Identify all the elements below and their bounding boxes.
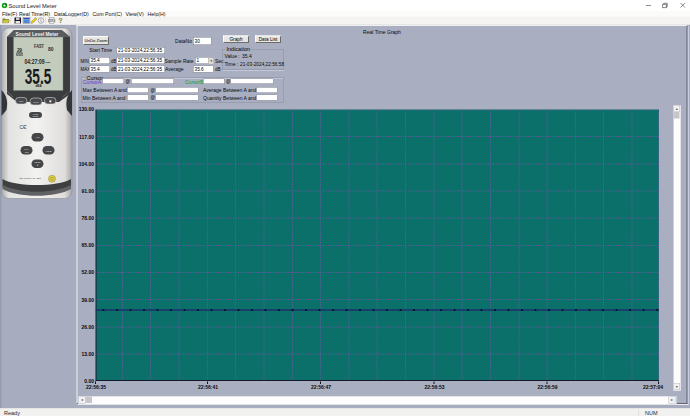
svg-text:STOP: STOP	[33, 101, 39, 103]
svg-text:80: 80	[48, 46, 54, 52]
svg-text:CЄ: CЄ	[20, 124, 28, 130]
svg-text:29: 29	[17, 47, 22, 53]
svg-text:HOLD: HOLD	[45, 150, 51, 152]
svg-text:MIN: MIN	[17, 53, 22, 57]
svg-text:Sound Level Meter: Sound Level Meter	[16, 32, 59, 37]
svg-text:A/C: A/C	[35, 136, 39, 139]
svg-text:SLOW: SLOW	[33, 115, 39, 117]
svg-text:IEC 61672-1 CLASS2: IEC 61672-1 CLASS2	[20, 177, 42, 179]
svg-text:LEVEL: LEVEL	[34, 161, 41, 163]
svg-text:dBA: dBA	[35, 84, 42, 88]
svg-text:FAST: FAST	[34, 44, 44, 49]
svg-text:MIN: MIN	[25, 151, 29, 153]
svg-text:MAX: MAX	[24, 148, 29, 150]
svg-text:REC: REC	[19, 100, 24, 102]
svg-text:?: ?	[59, 17, 63, 24]
